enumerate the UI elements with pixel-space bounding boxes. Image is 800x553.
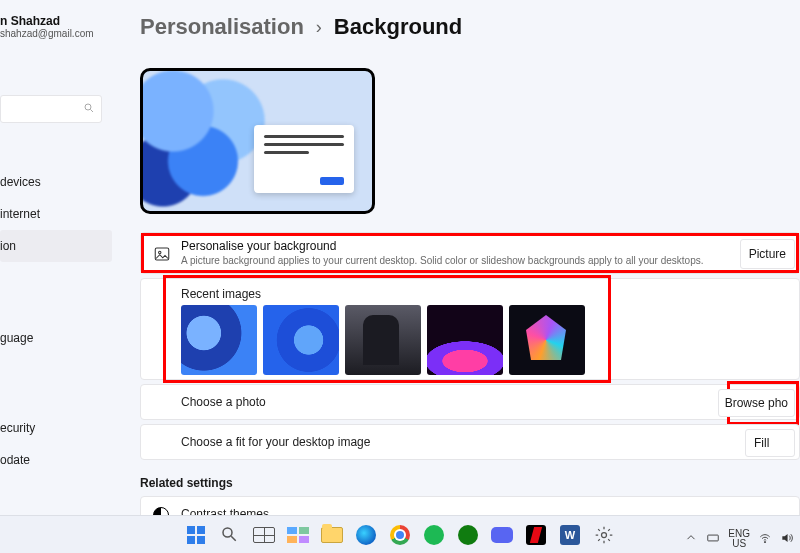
taskbar-system-tray: ENG US [684, 529, 794, 549]
breadcrumb-level1[interactable]: Personalisation [140, 14, 304, 40]
sidebar-item-devices[interactable]: devices [0, 166, 112, 198]
recent-image-thumb[interactable] [427, 305, 503, 375]
edge-icon [356, 525, 376, 545]
personalise-title: Personalise your background [181, 239, 336, 253]
task-view-icon [253, 527, 275, 543]
sidebar-item-label: guage [0, 331, 33, 345]
taskbar-search-button[interactable] [216, 521, 244, 549]
tray-overflow-button[interactable] [684, 531, 698, 547]
profile-block[interactable]: n Shahzad shahzad@gmail.com [0, 14, 112, 39]
sidebar-item-personalisation[interactable]: ion [0, 230, 112, 262]
sidebar-item-security[interactable]: ecurity [0, 412, 112, 444]
edge-button[interactable] [352, 521, 380, 549]
chrome-icon [390, 525, 410, 545]
svg-point-6 [602, 533, 607, 538]
spotify-button[interactable] [420, 521, 448, 549]
settings-button[interactable] [590, 521, 618, 549]
recent-image-thumb[interactable] [263, 305, 339, 375]
taskbar-center: W [182, 521, 618, 549]
discord-icon [491, 527, 513, 543]
search-icon [83, 100, 95, 118]
explorer-button[interactable] [318, 521, 346, 549]
start-button[interactable] [182, 521, 210, 549]
spotify-icon [424, 525, 444, 545]
xbox-icon [458, 525, 478, 545]
widgets-icon [287, 527, 309, 543]
choose-fit-row: Choose a fit for your desktop image Fill [140, 424, 800, 460]
wifi-icon[interactable] [758, 531, 772, 547]
taskbar: W ENG US [0, 515, 800, 553]
personalise-subtitle: A picture background applies to your cur… [181, 255, 704, 266]
sidebar-nav-bottom: guage ecurity odate [0, 322, 112, 476]
sidebar-item-label: odate [0, 453, 30, 467]
task-view-button[interactable] [250, 521, 278, 549]
svg-point-8 [764, 542, 765, 543]
recent-images-thumbs [181, 305, 585, 375]
dropdown-value: Picture [749, 247, 786, 261]
svg-rect-7 [708, 535, 719, 541]
word-button[interactable]: W [556, 521, 584, 549]
preview-window [254, 125, 354, 193]
sidebar-item-label: ion [0, 239, 16, 253]
sidebar-item-label: ecurity [0, 421, 35, 435]
svg-line-5 [231, 536, 236, 541]
preview-accent-button [320, 177, 344, 185]
sidebar-item-update[interactable]: odate [0, 444, 112, 476]
gear-icon [594, 525, 614, 545]
search-icon [220, 525, 240, 545]
button-label: Browse pho [725, 396, 788, 410]
dropdown-value: Fill [754, 436, 769, 450]
svg-point-0 [85, 104, 91, 110]
sidebar-item-label: internet [0, 207, 40, 221]
svg-rect-2 [155, 248, 169, 260]
choose-fit-label: Choose a fit for your desktop image [181, 435, 370, 449]
xbox-button[interactable] [454, 521, 482, 549]
profile-name: n Shahzad [0, 14, 112, 28]
picture-icon [153, 245, 171, 263]
chevron-right-icon: › [316, 17, 322, 38]
breadcrumb-level2: Background [334, 14, 462, 40]
choose-photo-label: Choose a photo [181, 395, 266, 409]
personalise-background-row[interactable]: Personalise your background A picture ba… [140, 232, 800, 274]
sidebar-nav-top: devices internet ion [0, 166, 112, 262]
browse-photos-button[interactable]: Browse pho [718, 389, 795, 417]
settings-main: Personalisation › Background Personalise… [140, 0, 800, 515]
sidebar-item-label: devices [0, 175, 41, 189]
desktop-preview [140, 68, 375, 214]
svg-line-1 [91, 110, 94, 113]
discord-button[interactable] [488, 521, 516, 549]
keyboard-icon[interactable] [706, 531, 720, 547]
sidebar-item-internet[interactable]: internet [0, 198, 112, 230]
recent-images-row: Recent images [140, 278, 800, 380]
related-settings-heading: Related settings [140, 476, 233, 490]
folder-icon [321, 527, 343, 543]
recent-images-label: Recent images [181, 287, 261, 301]
recent-image-thumb[interactable] [181, 305, 257, 375]
netflix-button[interactable] [522, 521, 550, 549]
netflix-icon [526, 525, 546, 545]
contrast-icon [153, 507, 169, 515]
fit-dropdown[interactable]: Fill [745, 429, 795, 457]
breadcrumb: Personalisation › Background [140, 14, 462, 40]
chrome-button[interactable] [386, 521, 414, 549]
contrast-themes-row[interactable]: Contrast themes [140, 496, 800, 515]
contrast-label: Contrast themes [181, 507, 269, 515]
settings-sidebar: n Shahzad shahzad@gmail.com devices inte… [0, 0, 112, 515]
svg-point-4 [223, 528, 232, 537]
recent-image-thumb[interactable] [509, 305, 585, 375]
word-icon: W [560, 525, 580, 545]
choose-photo-row: Choose a photo Browse pho [140, 384, 800, 420]
recent-image-thumb[interactable] [345, 305, 421, 375]
language-indicator[interactable]: ENG US [728, 529, 750, 549]
sidebar-item-language[interactable]: guage [0, 322, 112, 354]
svg-point-3 [159, 251, 161, 253]
sidebar-search-input[interactable] [0, 95, 102, 123]
widgets-button[interactable] [284, 521, 312, 549]
volume-icon[interactable] [780, 531, 794, 547]
lang-bottom: US [728, 539, 750, 549]
profile-email: shahzad@gmail.com [0, 28, 112, 39]
background-type-dropdown[interactable]: Picture [740, 239, 795, 269]
